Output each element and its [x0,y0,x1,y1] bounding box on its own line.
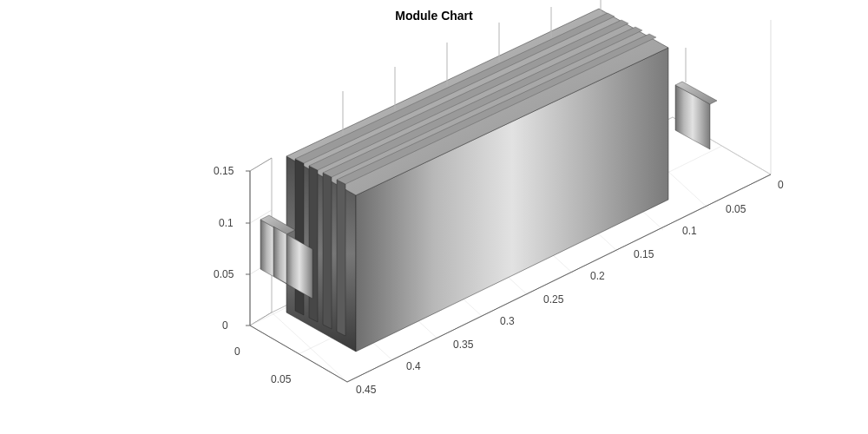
svg-marker-30 [323,173,332,329]
z-tick-1: 0.05 [214,268,233,280]
x-tick-01: 0.1 [682,225,697,237]
x-tick-045: 0.45 [356,384,376,396]
svg-marker-31 [337,180,345,336]
y-tick-0: 0 [234,345,240,358]
z-tick-2: 0.1 [219,217,233,229]
x-tick-04: 0.4 [406,360,421,372]
y-tick-1: 0.05 [271,373,291,385]
svg-marker-29 [309,166,318,322]
x-tick-0: 0 [778,179,784,191]
x-tick-025: 0.25 [543,293,563,306]
x-tick-02: 0.2 [590,270,605,282]
x-tick-015: 0.15 [634,248,654,260]
x-tick-035: 0.35 [453,339,473,351]
module-chart: Module Chart [0,0,868,434]
x-tick-03: 0.3 [500,315,515,327]
chart-title: Module Chart [0,9,868,23]
chart-plot-area [0,0,868,434]
z-tick-0: 0 [222,319,228,332]
x-tick-005: 0.05 [726,203,746,215]
z-tick-3: 0.15 [214,165,233,177]
